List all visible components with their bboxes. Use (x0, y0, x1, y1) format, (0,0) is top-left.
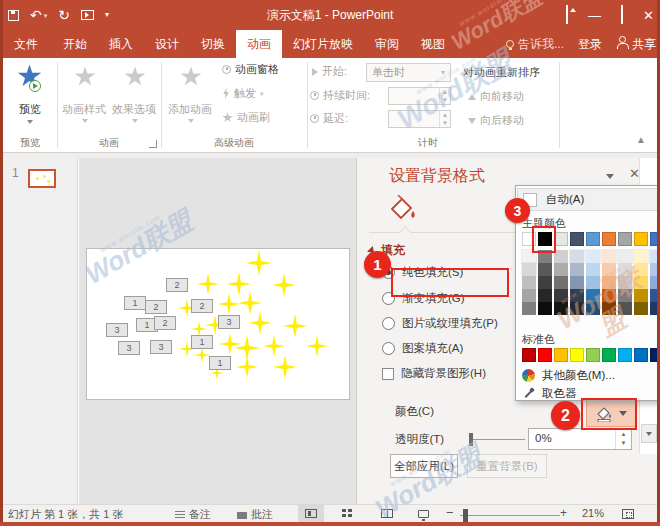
theme-color-swatch[interactable] (602, 232, 616, 246)
animation-pane-button[interactable]: 动画窗格 (222, 62, 279, 77)
normal-view-button[interactable] (298, 505, 324, 522)
effect-options-button[interactable]: 效果选项 (112, 102, 156, 117)
animation-order-tag[interactable]: 2 (154, 316, 176, 330)
theme-color-swatch[interactable] (570, 232, 584, 246)
theme-color-swatch[interactable] (554, 232, 568, 246)
tab-slideshow[interactable]: 幻灯片放映 (282, 30, 364, 58)
theme-variant-swatch[interactable] (570, 276, 584, 289)
theme-variant-swatch[interactable] (522, 276, 536, 289)
option-pattern-fill[interactable]: 图案填充(A) (382, 341, 463, 356)
theme-color-swatch[interactable] (618, 232, 632, 246)
pane-options-caret-icon[interactable] (606, 174, 614, 179)
animation-order-tag[interactable]: 2 (145, 300, 167, 314)
animation-order-tag[interactable]: 1 (191, 335, 213, 349)
add-animation-button[interactable]: 添加动画 (168, 102, 212, 117)
star-shape[interactable] (236, 356, 258, 378)
transparency-slider[interactable] (471, 439, 525, 440)
theme-variant-swatch[interactable] (634, 302, 648, 315)
zoom-out-icon[interactable]: − (446, 505, 454, 520)
reading-view-button[interactable] (374, 505, 400, 522)
preview-button[interactable]: 预览 (19, 102, 41, 117)
theme-variant-swatch[interactable] (618, 263, 632, 276)
standard-color-swatch[interactable] (554, 348, 568, 362)
spinner-icons[interactable]: ▲▼ (615, 429, 631, 449)
theme-variant-swatch[interactable] (586, 250, 600, 263)
theme-variant-swatch[interactable] (618, 302, 632, 315)
animation-styles-button[interactable]: 动画样式 (62, 102, 106, 117)
dialog-launcher-icon[interactable] (149, 140, 157, 148)
zoom-level[interactable]: 21% (582, 507, 604, 519)
standard-color-swatch[interactable] (618, 348, 632, 362)
pane-close-icon[interactable]: ✕ (629, 166, 640, 181)
theme-variant-swatch[interactable] (586, 276, 600, 289)
menu-item-automatic[interactable]: 自动(A) (517, 188, 660, 211)
minimize-icon[interactable]: — (588, 9, 601, 22)
theme-variant-swatch[interactable] (522, 302, 536, 315)
move-later-button[interactable]: 向后移动 (468, 113, 524, 128)
theme-variant-swatch[interactable] (602, 276, 616, 289)
standard-color-swatch[interactable] (538, 348, 552, 362)
apply-all-button[interactable]: 全部应用(L) (390, 454, 458, 478)
slide-sorter-button[interactable] (334, 505, 360, 522)
star-shape[interactable] (197, 273, 219, 295)
theme-color-swatch[interactable] (634, 232, 648, 246)
theme-variant-swatch[interactable] (602, 302, 616, 315)
transparency-input[interactable]: 0% ▲▼ (528, 428, 632, 450)
theme-variant-swatch[interactable] (554, 263, 568, 276)
standard-color-swatch[interactable] (522, 348, 536, 362)
trigger-button[interactable]: 触发▾ (222, 86, 264, 101)
tab-insert[interactable]: 插入 (98, 30, 144, 58)
star-shape[interactable] (194, 347, 210, 363)
maximize-icon[interactable] (621, 6, 623, 24)
duration-input[interactable]: ▲▼ (388, 87, 451, 105)
theme-variant-swatch[interactable] (618, 250, 632, 263)
animation-order-tag[interactable]: 3 (218, 315, 240, 329)
menu-item-more-colors[interactable]: 其他颜色(M)... (520, 366, 660, 384)
theme-variant-swatch[interactable] (618, 276, 632, 289)
theme-color-swatch[interactable] (586, 232, 600, 246)
animation-order-tag[interactable]: 3 (118, 341, 140, 355)
option-picture-fill[interactable]: 图片或纹理填充(P) (382, 316, 498, 331)
theme-variant-swatch[interactable] (538, 263, 552, 276)
standard-color-swatch[interactable] (570, 348, 584, 362)
reset-background-button[interactable]: 重置背景(B) (467, 454, 547, 478)
theme-variant-swatch[interactable] (570, 302, 584, 315)
theme-variant-swatch[interactable] (618, 289, 632, 302)
tell-me-box[interactable]: 告诉我... (506, 36, 564, 53)
tab-animations[interactable]: 动画 (236, 30, 282, 58)
animation-order-tag[interactable]: 1 (124, 296, 146, 310)
star-shape[interactable] (219, 333, 241, 355)
zoom-slider[interactable] (460, 515, 560, 516)
theme-variant-swatch[interactable] (634, 250, 648, 263)
theme-variant-swatch[interactable] (554, 302, 568, 315)
star-shape[interactable] (246, 250, 272, 276)
standard-color-swatch[interactable] (634, 348, 648, 362)
animation-painter-button[interactable]: 动画刷 (222, 110, 270, 125)
scroll-down-icon[interactable] (641, 424, 657, 443)
theme-variant-swatch[interactable] (586, 289, 600, 302)
star-shape[interactable] (218, 293, 240, 315)
theme-variant-swatch[interactable] (602, 250, 616, 263)
share-button[interactable]: 共享 (616, 36, 656, 53)
slide-canvas[interactable]: 212231233311 (86, 248, 350, 400)
theme-variant-swatch[interactable] (554, 276, 568, 289)
collapse-ribbon-icon[interactable]: ▲ (636, 134, 646, 145)
star-shape[interactable] (227, 272, 251, 296)
option-hide-background[interactable]: 隐藏背景图形(H) (382, 366, 486, 381)
star-shape[interactable] (248, 311, 272, 335)
delay-input[interactable]: ▲▼ (388, 110, 451, 128)
theme-variant-swatch[interactable] (554, 250, 568, 263)
zoom-slider-handle[interactable] (463, 509, 468, 522)
preview-dropdown-caret[interactable] (27, 120, 33, 124)
animation-order-tag[interactable]: 2 (191, 299, 213, 313)
comments-button[interactable]: 批注 (237, 507, 273, 522)
theme-variant-swatch[interactable] (586, 302, 600, 315)
standard-color-swatch[interactable] (602, 348, 616, 362)
tab-file[interactable]: 文件 (0, 30, 52, 58)
theme-variant-swatch[interactable] (538, 302, 552, 315)
slideshow-view-button[interactable] (410, 505, 436, 522)
theme-variant-swatch[interactable] (634, 263, 648, 276)
slide-thumbnail[interactable] (28, 169, 56, 188)
star-shape[interactable] (306, 335, 328, 357)
sign-in-button[interactable]: 登录 (578, 36, 602, 53)
